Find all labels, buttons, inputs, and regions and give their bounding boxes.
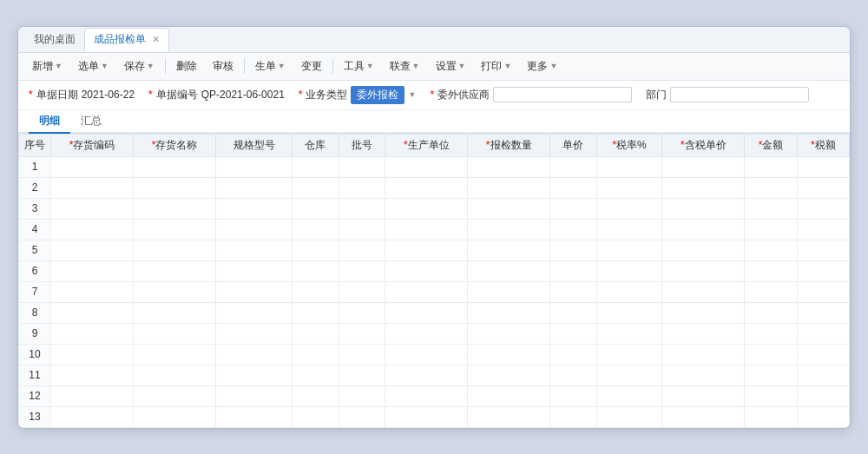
data-cell[interactable]: [662, 240, 745, 260]
data-cell[interactable]: [339, 219, 385, 240]
data-cell[interactable]: [797, 156, 849, 177]
data-cell[interactable]: [51, 302, 134, 323]
data-cell[interactable]: [745, 260, 797, 281]
data-cell[interactable]: [596, 406, 662, 427]
data-cell[interactable]: [596, 260, 662, 281]
data-cell[interactable]: [596, 198, 662, 219]
data-cell[interactable]: [339, 406, 385, 427]
data-cell[interactable]: [133, 365, 215, 385]
data-cell[interactable]: [662, 406, 745, 427]
data-cell[interactable]: [662, 198, 745, 219]
table-row[interactable]: 12: [19, 385, 850, 406]
data-cell[interactable]: [215, 302, 292, 323]
tab-close-icon[interactable]: ✕: [152, 34, 160, 44]
data-cell[interactable]: [385, 177, 468, 198]
data-cell[interactable]: [797, 365, 849, 385]
data-cell[interactable]: [745, 385, 797, 406]
data-cell[interactable]: [550, 406, 597, 427]
data-cell[interactable]: [385, 281, 468, 302]
table-row[interactable]: 7: [19, 281, 850, 302]
data-cell[interactable]: [293, 406, 339, 427]
data-cell[interactable]: [339, 323, 385, 344]
data-cell[interactable]: [133, 260, 215, 281]
data-cell[interactable]: [385, 365, 468, 385]
data-cell[interactable]: [662, 219, 745, 240]
data-cell[interactable]: [133, 302, 215, 323]
data-cell[interactable]: [215, 365, 292, 385]
data-cell[interactable]: [51, 281, 134, 302]
data-cell[interactable]: [745, 281, 797, 302]
tab-inspection[interactable]: 成品报检单 ✕: [84, 28, 169, 52]
data-cell[interactable]: [745, 177, 797, 198]
btn-query[interactable]: 联查 ▼: [383, 57, 427, 76]
data-cell[interactable]: [51, 198, 134, 219]
data-cell[interactable]: [662, 385, 745, 406]
supplier-input[interactable]: [493, 87, 632, 102]
data-cell[interactable]: [51, 177, 134, 198]
data-cell[interactable]: [293, 302, 339, 323]
data-cell[interactable]: [468, 198, 550, 219]
data-cell[interactable]: [339, 156, 385, 177]
data-cell[interactable]: [550, 219, 597, 240]
btn-select[interactable]: 选单 ▼: [71, 57, 115, 76]
data-cell[interactable]: [596, 302, 662, 323]
data-cell[interactable]: [293, 260, 339, 281]
data-cell[interactable]: [385, 385, 468, 406]
data-cell[interactable]: [339, 365, 385, 385]
data-cell[interactable]: [293, 344, 339, 365]
data-cell[interactable]: [215, 240, 292, 260]
data-cell[interactable]: [662, 365, 745, 385]
data-cell[interactable]: [745, 323, 797, 344]
btn-change[interactable]: 变更: [294, 57, 329, 76]
btn-add[interactable]: 新增 ▼: [25, 57, 69, 76]
data-cell[interactable]: [51, 365, 134, 385]
data-cell[interactable]: [51, 240, 134, 260]
table-row[interactable]: 6: [19, 260, 850, 281]
data-cell[interactable]: [385, 240, 468, 260]
btn-audit[interactable]: 审核: [206, 57, 240, 76]
data-cell[interactable]: [797, 302, 849, 323]
data-cell[interactable]: [339, 240, 385, 260]
data-cell[interactable]: [215, 219, 292, 240]
data-cell[interactable]: [662, 156, 745, 177]
data-cell[interactable]: [385, 219, 468, 240]
btn-more[interactable]: 更多 ▼: [520, 57, 564, 76]
data-cell[interactable]: [745, 406, 797, 427]
data-cell[interactable]: [293, 323, 339, 344]
data-cell[interactable]: [51, 219, 134, 240]
data-cell[interactable]: [215, 198, 292, 219]
data-cell[interactable]: [662, 281, 745, 302]
data-cell[interactable]: [133, 281, 215, 302]
data-cell[interactable]: [293, 219, 339, 240]
data-cell[interactable]: [596, 281, 662, 302]
data-cell[interactable]: [293, 156, 339, 177]
data-cell[interactable]: [339, 260, 385, 281]
data-cell[interactable]: [293, 365, 339, 385]
data-cell[interactable]: [662, 177, 745, 198]
data-cell[interactable]: [51, 344, 134, 365]
data-cell[interactable]: [550, 323, 597, 344]
data-cell[interactable]: [797, 406, 849, 427]
data-cell[interactable]: [293, 198, 339, 219]
data-cell[interactable]: [215, 177, 292, 198]
data-cell[interactable]: [745, 156, 797, 177]
data-cell[interactable]: [797, 177, 849, 198]
data-cell[interactable]: [550, 385, 597, 406]
data-cell[interactable]: [133, 323, 215, 344]
data-cell[interactable]: [385, 302, 468, 323]
data-cell[interactable]: [468, 260, 550, 281]
data-cell[interactable]: [797, 323, 849, 344]
data-cell[interactable]: [133, 240, 215, 260]
data-cell[interactable]: [385, 260, 468, 281]
table-row[interactable]: 1: [19, 156, 850, 177]
data-cell[interactable]: [797, 219, 849, 240]
data-cell[interactable]: [468, 365, 550, 385]
data-cell[interactable]: [51, 323, 134, 344]
data-cell[interactable]: [550, 281, 597, 302]
data-cell[interactable]: [550, 365, 597, 385]
data-cell[interactable]: [133, 156, 215, 177]
data-cell[interactable]: [745, 240, 797, 260]
sub-tab-summary[interactable]: 汇总: [70, 110, 112, 134]
data-cell[interactable]: [662, 260, 745, 281]
data-cell[interactable]: [339, 198, 385, 219]
